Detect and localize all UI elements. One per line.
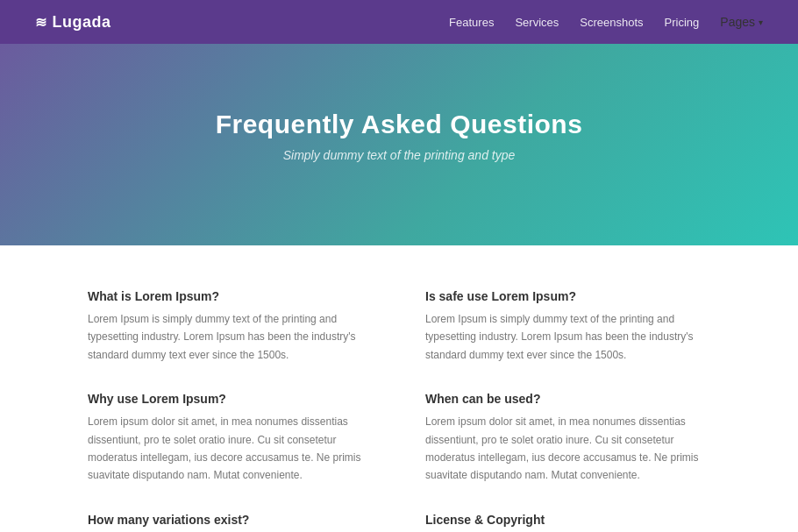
brand-icon: ≋ xyxy=(35,14,47,31)
chevron-down-icon: ▾ xyxy=(759,18,763,27)
nav-item-screenshots[interactable]: Screenshots xyxy=(580,15,643,29)
faq-answer: Lorem ipsum dolor sit amet, in mea nonum… xyxy=(88,413,373,485)
faq-question: Is safe use Lorem Ipsum? xyxy=(425,289,710,303)
faq-question: License & Copyright xyxy=(425,513,710,527)
faq-item: Why use Lorem Ipsum?Lorem ipsum dolor si… xyxy=(88,392,373,485)
nav-item-pricing[interactable]: Pricing xyxy=(665,15,700,29)
faq-answer: Lorem Ipsum is simply dummy text of the … xyxy=(88,310,373,364)
faq-grid: What is Lorem Ipsum?Lorem Ipsum is simpl… xyxy=(88,289,710,532)
faq-question: What is Lorem Ipsum? xyxy=(88,289,373,303)
faq-question: How many variations exist? xyxy=(88,513,373,527)
faq-section: What is Lorem Ipsum?Lorem Ipsum is simpl… xyxy=(0,245,798,532)
nav-link-pricing[interactable]: Pricing xyxy=(665,16,700,29)
faq-item: When can be used?Lorem ipsum dolor sit a… xyxy=(425,392,710,485)
nav-link-screenshots[interactable]: Screenshots xyxy=(580,16,643,29)
faq-item: License & CopyrightLorem Ipsum is simply… xyxy=(425,513,710,532)
hero-section: Frequently Asked Questions Simply dummy … xyxy=(0,44,798,245)
nav-item-services[interactable]: Services xyxy=(515,15,559,29)
nav-item-features[interactable]: Features xyxy=(449,15,494,29)
faq-item: What is Lorem Ipsum?Lorem Ipsum is simpl… xyxy=(88,289,373,364)
faq-question: Why use Lorem Ipsum? xyxy=(88,392,373,406)
faq-question: When can be used? xyxy=(425,392,710,406)
faq-answer: Lorem Ipsum is simply dummy text of the … xyxy=(425,310,710,364)
faq-item: Is safe use Lorem Ipsum?Lorem Ipsum is s… xyxy=(425,289,710,364)
hero-title: Frequently Asked Questions xyxy=(216,110,583,139)
brand-name: Lugada xyxy=(53,13,111,32)
nav-link-services[interactable]: Services xyxy=(515,16,559,29)
hero-subtitle: Simply dummy text of the printing and ty… xyxy=(283,148,516,162)
nav-link-pages: Pages xyxy=(720,15,755,29)
nav-item-pages[interactable]: Pages ▾ xyxy=(720,15,763,29)
brand-logo[interactable]: ≋ Lugada xyxy=(35,13,111,32)
nav-link-features[interactable]: Features xyxy=(449,16,494,29)
faq-answer: Lorem ipsum dolor sit amet, in mea nonum… xyxy=(425,413,710,485)
navbar: ≋ Lugada Features Services Screenshots P… xyxy=(0,0,798,44)
faq-item: How many variations exist?Lorem Ipsum is… xyxy=(88,513,373,532)
nav-links: Features Services Screenshots Pricing Pa… xyxy=(449,15,763,29)
